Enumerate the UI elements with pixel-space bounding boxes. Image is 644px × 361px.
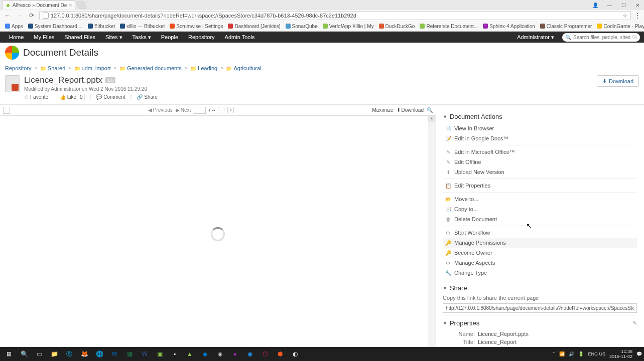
chrome-icon[interactable]: 🌐 bbox=[92, 348, 106, 360]
app-icon[interactable]: ▣ bbox=[153, 348, 167, 360]
crumb-agricultural[interactable]: 📁Agricultural bbox=[226, 65, 261, 71]
next-page-button[interactable]: ▶Next bbox=[176, 107, 191, 113]
nav-repository[interactable]: Repository bbox=[183, 32, 220, 43]
nav-home[interactable]: Home bbox=[4, 32, 29, 43]
document-actions-header[interactable]: ▼Document Actions bbox=[443, 113, 637, 120]
action-edit-google-docs[interactable]: 📝Edit in Google Docs™ bbox=[443, 133, 637, 143]
zoom-in-button[interactable]: + bbox=[227, 107, 234, 113]
bookmark-item[interactable]: Dashboard [Jenkins] bbox=[226, 24, 282, 29]
prev-page-button[interactable]: ◀Previous bbox=[148, 107, 173, 113]
crumb-generated[interactable]: 📁Generated documents bbox=[119, 65, 182, 71]
skype-icon[interactable]: Ⓢ bbox=[62, 348, 76, 360]
bookmark-item[interactable]: Classic Programmer bbox=[538, 24, 594, 29]
user-menu[interactable]: Administrator ▾ bbox=[512, 32, 559, 43]
action-change-type[interactable]: 🔧Change Type bbox=[443, 268, 637, 278]
maximize-button[interactable]: ☐ bbox=[617, 1, 630, 9]
firefox-icon[interactable]: 🦊 bbox=[77, 348, 91, 360]
crumb-udm-import[interactable]: 📁udm_import bbox=[74, 65, 111, 71]
excel-icon[interactable]: ▦ bbox=[122, 348, 137, 360]
nav-shared-files[interactable]: Shared Files bbox=[59, 32, 100, 43]
action-manage-permissions[interactable]: 🔑Manage Permissions bbox=[443, 238, 637, 248]
crumb-leading[interactable]: 📁Leading bbox=[190, 65, 217, 71]
bookmark-item[interactable]: CodinGame - Play wi bbox=[595, 24, 644, 29]
site-info-icon[interactable] bbox=[43, 13, 49, 19]
bookmark-item[interactable]: Scrumwise | Settings bbox=[168, 24, 225, 29]
tray-chevron-up-icon[interactable]: ˄ bbox=[553, 351, 555, 356]
address-bar[interactable]: 127.0.0.1:8080/share/page/document-detai… bbox=[39, 11, 631, 20]
crumb-repository[interactable]: Repository bbox=[5, 65, 32, 71]
action-start-workflow[interactable]: ⚙Start Workflow bbox=[443, 228, 637, 238]
action-upload-new-version[interactable]: ⬆Upload New Version bbox=[443, 167, 637, 177]
crumb-shared[interactable]: 📁Shared bbox=[40, 65, 65, 71]
clear-search-icon[interactable]: ⓧ bbox=[632, 34, 637, 41]
file-explorer-icon[interactable]: 📁 bbox=[47, 348, 61, 360]
sidebar-toggle-icon[interactable] bbox=[3, 107, 10, 114]
search-box[interactable]: 🔍 ⓧ bbox=[562, 33, 640, 42]
favorite-button[interactable]: ☆Favorite bbox=[24, 94, 48, 100]
bookmark-item[interactable]: Sphinx-4 Application bbox=[481, 24, 537, 29]
share-url-input[interactable] bbox=[443, 303, 637, 313]
action-manage-aspects[interactable]: ⚙Manage Aspects bbox=[443, 258, 637, 268]
tray-battery-icon[interactable]: 🔋 bbox=[578, 351, 584, 356]
tray-language[interactable]: ENG US bbox=[588, 352, 605, 356]
properties-panel-header[interactable]: ▼Properties✎ bbox=[443, 319, 637, 327]
close-window-button[interactable]: ✕ bbox=[631, 1, 644, 9]
browser-tab[interactable]: Alfresco » Document De × bbox=[2, 1, 75, 10]
app-icon[interactable]: ◈ bbox=[213, 348, 227, 360]
vscode-icon[interactable]: ◆ bbox=[198, 348, 212, 360]
app-icon[interactable]: ◐ bbox=[288, 348, 302, 360]
bookmark-item[interactable]: DuckDuckGo bbox=[377, 24, 417, 29]
app-icon[interactable]: ⬡ bbox=[258, 348, 272, 360]
search-in-doc-button[interactable]: 🔍 bbox=[427, 107, 433, 113]
nav-admin-tools[interactable]: Admin Tools bbox=[220, 32, 260, 43]
search-input[interactable] bbox=[573, 35, 630, 40]
tray-volume-icon[interactable]: 🔊 bbox=[569, 351, 574, 356]
bookmark-item[interactable]: Reference Document... bbox=[418, 24, 480, 29]
comment-button[interactable]: 💬Comment bbox=[96, 94, 125, 100]
account-icon[interactable]: 👤 bbox=[589, 1, 602, 9]
action-edit-ms-office[interactable]: ✎Edit in Microsoft Office™ bbox=[443, 147, 637, 157]
tray-clock[interactable]: 11:38 2016-11-02 bbox=[609, 349, 632, 359]
app-icon[interactable]: ◉ bbox=[243, 348, 257, 360]
action-become-owner[interactable]: 🔑Become Owner bbox=[443, 248, 637, 258]
action-view-in-browser[interactable]: 📄View In Browser bbox=[443, 123, 637, 133]
action-edit-properties[interactable]: 📋Edit Properties bbox=[443, 180, 637, 191]
reload-button[interactable]: ⟳ bbox=[27, 11, 36, 20]
app-icon[interactable]: ⬢ bbox=[273, 348, 287, 360]
app-icon[interactable]: ▲ bbox=[183, 348, 197, 360]
search-taskbar-icon[interactable]: 🔍 bbox=[17, 348, 31, 360]
bookmark-item[interactable]: System Dashboard ... bbox=[26, 24, 85, 29]
bookmark-item[interactable]: Bitbucket bbox=[86, 24, 117, 29]
action-delete-document[interactable]: 🗑Delete Document bbox=[443, 214, 637, 224]
preview-download-button[interactable]: ⬇Download bbox=[397, 107, 424, 113]
back-button[interactable]: ← bbox=[3, 11, 12, 20]
start-button[interactable]: ⊞ bbox=[2, 348, 16, 360]
action-copy-to[interactable]: 📑Copy to... bbox=[443, 204, 637, 214]
share-button[interactable]: 🔗Share bbox=[137, 94, 158, 100]
app-icon[interactable]: ● bbox=[228, 348, 242, 360]
bookmark-item[interactable]: Apps bbox=[3, 24, 25, 29]
download-button[interactable]: ⬇Download bbox=[597, 75, 639, 87]
page-number-input[interactable] bbox=[194, 107, 206, 114]
forward-button[interactable]: → bbox=[15, 11, 24, 20]
preview-scrollbar[interactable]: ▴ ▾ bbox=[428, 116, 435, 347]
scroll-up-icon[interactable]: ▴ bbox=[428, 116, 435, 122]
maximize-button[interactable]: Maximize bbox=[372, 107, 393, 113]
close-icon[interactable]: × bbox=[69, 3, 72, 8]
tray-notifications-icon[interactable]: 💬 bbox=[636, 351, 642, 356]
action-move-to[interactable]: 📂Move to... bbox=[443, 194, 637, 204]
word-icon[interactable]: W bbox=[138, 348, 152, 360]
share-panel-header[interactable]: ▼Share bbox=[443, 284, 637, 292]
zoom-out-button[interactable]: − bbox=[218, 107, 224, 113]
nav-people[interactable]: People bbox=[156, 32, 183, 43]
bookmark-item[interactable]: xillio — Bitbucket bbox=[118, 24, 167, 29]
task-view-icon[interactable]: ▭ bbox=[32, 348, 46, 360]
like-button[interactable]: 👍Like 0 bbox=[60, 94, 85, 100]
action-edit-offline[interactable]: ✎Edit Offline bbox=[443, 157, 637, 167]
nav-tasks[interactable]: Tasks ▾ bbox=[127, 32, 156, 43]
nav-sites[interactable]: Sites ▾ bbox=[100, 32, 127, 43]
browser-menu-button[interactable]: ⋮ bbox=[634, 12, 641, 20]
bookmark-star-icon[interactable]: ☆ bbox=[622, 13, 627, 19]
edit-properties-icon[interactable]: ✎ bbox=[632, 320, 637, 326]
bookmark-item[interactable]: VerlofApp Xillio | My bbox=[321, 24, 376, 29]
